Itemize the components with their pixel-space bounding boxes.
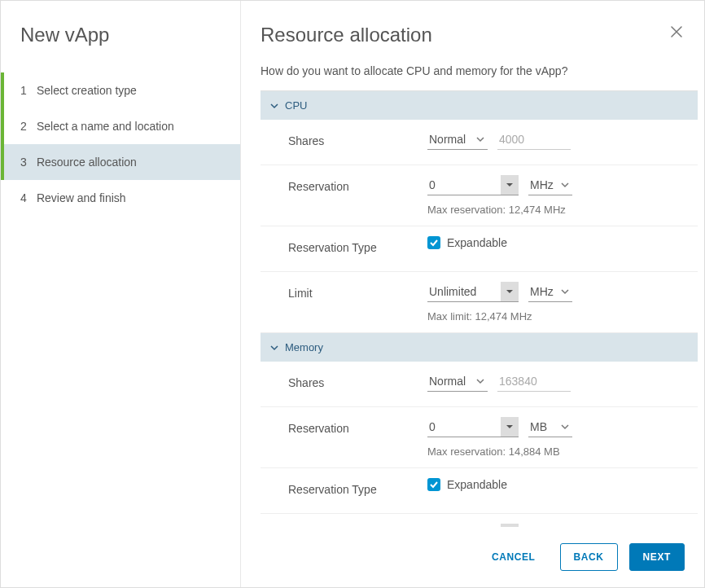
memory-reservation-type-label: Reservation Type bbox=[277, 478, 427, 496]
cpu-reservation-type-row: Reservation Type Expandable bbox=[261, 226, 698, 272]
cpu-reservation-dropdown-btn[interactable] bbox=[501, 175, 519, 195]
cpu-limit-note: Max limit: 12,474 MHz bbox=[427, 310, 681, 323]
memory-shares-mode-select[interactable]: Normal bbox=[427, 371, 488, 392]
memory-expandable-checkbox[interactable] bbox=[427, 478, 440, 491]
chevron-down-icon bbox=[270, 102, 278, 110]
step-select-name-location[interactable]: 2 Select a name and location bbox=[1, 108, 240, 144]
memory-reservation-unit-select[interactable]: MB bbox=[528, 417, 572, 437]
cpu-reservation-row: Reservation MHz Max reservation bbox=[261, 165, 698, 226]
step-number: 1 bbox=[20, 84, 33, 97]
memory-reservation-combo[interactable] bbox=[427, 417, 519, 437]
cpu-reservation-type-label: Reservation Type bbox=[277, 236, 427, 254]
memory-shares-label: Shares bbox=[277, 371, 427, 389]
chevron-down-icon bbox=[270, 344, 278, 352]
memory-reservation-note: Max reservation: 14,884 MB bbox=[427, 445, 681, 458]
step-number: 2 bbox=[20, 120, 33, 133]
cpu-section-label: CPU bbox=[285, 99, 307, 112]
step-select-creation-type[interactable]: 1 Select creation type bbox=[1, 72, 240, 108]
memory-shares-value bbox=[497, 371, 571, 392]
memory-reservation-dropdown-btn[interactable] bbox=[501, 417, 519, 437]
memory-reservation-input[interactable] bbox=[427, 417, 501, 437]
close-icon[interactable] bbox=[668, 24, 685, 40]
cpu-reservation-unit-select[interactable]: MHz bbox=[528, 175, 572, 195]
cpu-limit-label: Limit bbox=[277, 282, 427, 300]
wizard-main: Resource allocation How do you want to a… bbox=[241, 1, 704, 587]
cpu-shares-value bbox=[497, 129, 571, 150]
cpu-shares-label: Shares bbox=[277, 129, 427, 147]
modal-dialog: New vApp 1 Select creation type 2 Select… bbox=[0, 0, 705, 588]
cpu-reservation-combo[interactable] bbox=[427, 175, 519, 195]
wizard-steps: 1 Select creation type 2 Select a name a… bbox=[1, 72, 240, 216]
form-scroll-area[interactable]: CPU Shares Normal Reservation bbox=[261, 90, 698, 527]
cpu-shares-row: Shares Normal bbox=[261, 120, 698, 165]
cpu-limit-row: Limit MHz Max limit: 12,474 MHz bbox=[261, 272, 698, 333]
memory-expandable-label: Expandable bbox=[447, 478, 507, 491]
step-number: 3 bbox=[20, 156, 33, 169]
cpu-limit-unit-select[interactable]: MHz bbox=[528, 282, 572, 302]
cpu-section-header[interactable]: CPU bbox=[261, 91, 698, 120]
cpu-expandable-label: Expandable bbox=[447, 236, 507, 249]
wizard-title: New vApp bbox=[1, 24, 240, 66]
wizard-footer: CANCEL BACK NEXT bbox=[241, 527, 704, 587]
cpu-reservation-note: Max reservation: 12,474 MHz bbox=[427, 204, 681, 216]
wizard-sidebar: New vApp 1 Select creation type 2 Select… bbox=[1, 1, 241, 587]
step-label: Select creation type bbox=[37, 84, 137, 97]
step-label: Review and finish bbox=[37, 191, 126, 204]
cpu-reservation-label: Reservation bbox=[277, 175, 427, 193]
cpu-limit-input[interactable] bbox=[427, 282, 501, 301]
cpu-reservation-input[interactable] bbox=[427, 175, 501, 195]
step-label: Select a name and location bbox=[37, 120, 174, 133]
step-resource-allocation[interactable]: 3 Resource allocation bbox=[1, 144, 240, 180]
memory-section-header[interactable]: Memory bbox=[261, 333, 698, 362]
cpu-limit-dropdown-btn[interactable] bbox=[501, 282, 519, 301]
memory-reservation-label: Reservation bbox=[277, 417, 427, 435]
cpu-shares-mode-select[interactable]: Normal bbox=[427, 129, 488, 150]
cpu-limit-combo[interactable] bbox=[427, 282, 519, 302]
memory-reservation-row: Reservation MB Max reservation: bbox=[261, 407, 698, 468]
memory-limit-row: Limit MB Max limit: 14,884 MB bbox=[261, 514, 698, 527]
step-number: 4 bbox=[20, 191, 33, 204]
memory-reservation-type-row: Reservation Type Expandable bbox=[261, 468, 698, 514]
back-button[interactable]: BACK bbox=[560, 543, 618, 571]
next-button[interactable]: NEXT bbox=[629, 543, 685, 571]
page-subtitle: How do you want to allocate CPU and memo… bbox=[241, 63, 704, 90]
cancel-button[interactable]: CANCEL bbox=[479, 544, 549, 570]
memory-section-label: Memory bbox=[285, 341, 323, 353]
step-review-finish[interactable]: 4 Review and finish bbox=[1, 180, 240, 216]
step-label: Resource allocation bbox=[37, 156, 137, 169]
memory-shares-row: Shares Normal bbox=[261, 362, 698, 407]
page-title: Resource allocation bbox=[261, 24, 432, 46]
main-header: Resource allocation bbox=[241, 1, 704, 63]
cpu-expandable-checkbox[interactable] bbox=[427, 236, 440, 249]
